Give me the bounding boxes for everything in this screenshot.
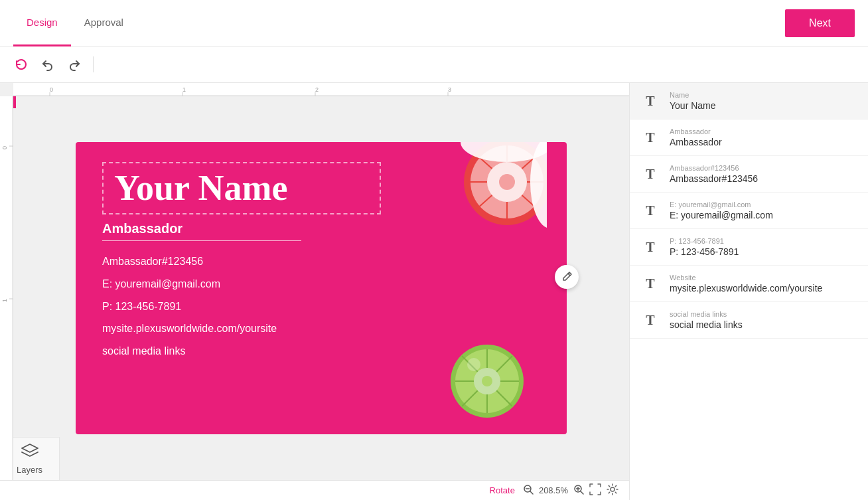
- business-card[interactable]: Your Name Ambassador Ambassador#123456 E…: [76, 142, 567, 434]
- panel-t-icon-ambassador: T: [640, 127, 660, 147]
- panel-t-icon-phone: T: [640, 237, 660, 257]
- panel-text-name: Name: [670, 91, 786, 111]
- card-name-text: Your Name: [114, 169, 369, 208]
- panel-t-icon-website: T: [640, 274, 660, 293]
- svg-text:1: 1: [182, 86, 186, 93]
- card-ambassador-num: Ambassador#123456: [102, 250, 540, 273]
- panel-item-ambassador-num[interactable]: T Ambassador#123456 Ambassador#123456: [630, 156, 868, 193]
- card-info: Ambassador#123456 E: youremail@gmail.com…: [102, 250, 540, 362]
- panel-item-social[interactable]: T social media links social media links: [630, 302, 868, 339]
- svg-text:2: 2: [315, 86, 319, 93]
- settings-icon[interactable]: [607, 483, 618, 498]
- panel-item-website[interactable]: T Website mysite.plexusworldwide.com/you…: [630, 266, 868, 302]
- redo-icon[interactable]: [64, 54, 85, 75]
- panel-label-ambassador-num: Ambassador#123456: [670, 164, 758, 172]
- svg-line-33: [568, 274, 570, 276]
- toolbar-divider: [93, 56, 94, 72]
- card-social: social media links: [102, 340, 540, 363]
- svg-line-36: [530, 491, 533, 494]
- panel-t-icon-ambassador-num: T: [640, 164, 660, 184]
- header: Design Approval Next: [0, 0, 868, 46]
- svg-marker-34: [22, 444, 38, 452]
- undo-icon[interactable]: [37, 54, 58, 75]
- svg-text:1: 1: [1, 299, 8, 302]
- panel-text-social: social media links social media links: [670, 310, 743, 330]
- panel-text-ambassador-num: Ambassador#123456 Ambassador#123456: [670, 164, 758, 184]
- svg-text:0: 0: [50, 86, 53, 93]
- fullscreen-icon[interactable]: [589, 483, 601, 498]
- card-email: E: youremail@gmail.com: [102, 273, 540, 295]
- card-phone: P: 123-456-7891: [102, 295, 540, 318]
- next-button[interactable]: Next: [785, 9, 855, 37]
- layers-icon: [21, 444, 38, 462]
- canvas-wrapper: Your Name Ambassador Ambassador#123456 E…: [13, 96, 629, 480]
- right-panel: T Name T Ambassador Ambassador T Ambassa…: [629, 83, 868, 500]
- panel-value-email: E: youremail@gmail.com: [670, 210, 773, 220]
- card-website: mysite.plexusworldwide.com/yoursite: [102, 317, 540, 340]
- toolbar: [0, 46, 868, 83]
- panel-item-ambassador[interactable]: T Ambassador Ambassador: [630, 120, 868, 156]
- panel-label-ambassador: Ambassador: [670, 127, 722, 135]
- zoom-out-button[interactable]: [523, 484, 534, 497]
- zoom-value: 208.5%: [539, 485, 568, 495]
- panel-label-name: Name: [670, 91, 786, 99]
- ruler-vertical: 0 1: [0, 96, 13, 480]
- history-icon[interactable]: [11, 54, 32, 75]
- main: 0 1 2 3 0 1: [0, 83, 868, 500]
- header-tabs: Design Approval: [13, 0, 137, 46]
- card-ambassador-text: Ambassador: [102, 221, 540, 236]
- svg-line-39: [581, 491, 583, 494]
- panel-t-icon-email: T: [640, 201, 660, 220]
- card-text-content: Your Name Ambassador Ambassador#123456 E…: [76, 142, 567, 434]
- panel-t-icon-social: T: [640, 310, 660, 330]
- card-container: Your Name Ambassador Ambassador#123456 E…: [76, 142, 567, 434]
- position-marker: [13, 96, 16, 108]
- panel-label-email: E: youremail@gmail.com: [670, 201, 773, 208]
- panel-value-social: social media links: [670, 319, 743, 330]
- panel-input-name[interactable]: [670, 100, 786, 111]
- panel-item-email[interactable]: T E: youremail@gmail.com E: youremail@gm…: [630, 193, 868, 229]
- svg-text:3: 3: [448, 86, 451, 93]
- rotate-button[interactable]: Rotate: [490, 485, 515, 495]
- zoom-in-button[interactable]: [573, 484, 584, 497]
- card-divider: [102, 240, 301, 241]
- panel-item-name[interactable]: T Name: [630, 83, 868, 120]
- panel-label-social: social media links: [670, 310, 743, 318]
- panel-value-ambassador: Ambassador: [670, 137, 722, 147]
- panel-t-icon-name: T: [640, 91, 660, 111]
- canvas-area: 0 1 2 3 0 1: [0, 83, 629, 500]
- panel-text-website: Website mysite.plexusworldwide.com/yours…: [670, 274, 822, 293]
- tab-approval[interactable]: Approval: [71, 1, 137, 46]
- panel-value-phone: P: 123-456-7891: [670, 246, 739, 257]
- edit-icon[interactable]: [555, 265, 579, 289]
- ruler-horizontal: 0 1 2 3: [13, 83, 629, 96]
- bottom-bar: Rotate 208.5%: [0, 480, 629, 500]
- layers-label: Layers: [17, 465, 42, 475]
- panel-label-phone: P: 123-456-7891: [670, 237, 739, 245]
- tab-design[interactable]: Design: [13, 1, 71, 46]
- panel-item-phone[interactable]: T P: 123-456-7891 P: 123-456-7891: [630, 229, 868, 266]
- zoom-controls: 208.5%: [523, 483, 618, 498]
- name-field-box[interactable]: Your Name: [102, 162, 381, 214]
- panel-value-ambassador-num: Ambassador#123456: [670, 173, 758, 184]
- panel-label-website: Website: [670, 274, 822, 282]
- svg-text:0: 0: [1, 146, 8, 149]
- panel-text-phone: P: 123-456-7891 P: 123-456-7891: [670, 237, 739, 257]
- panel-text-email: E: youremail@gmail.com E: youremail@gmai…: [670, 201, 773, 220]
- svg-point-42: [611, 487, 615, 491]
- panel-text-ambassador: Ambassador Ambassador: [670, 127, 722, 147]
- panel-value-website: mysite.plexusworldwide.com/yoursite: [670, 283, 822, 293]
